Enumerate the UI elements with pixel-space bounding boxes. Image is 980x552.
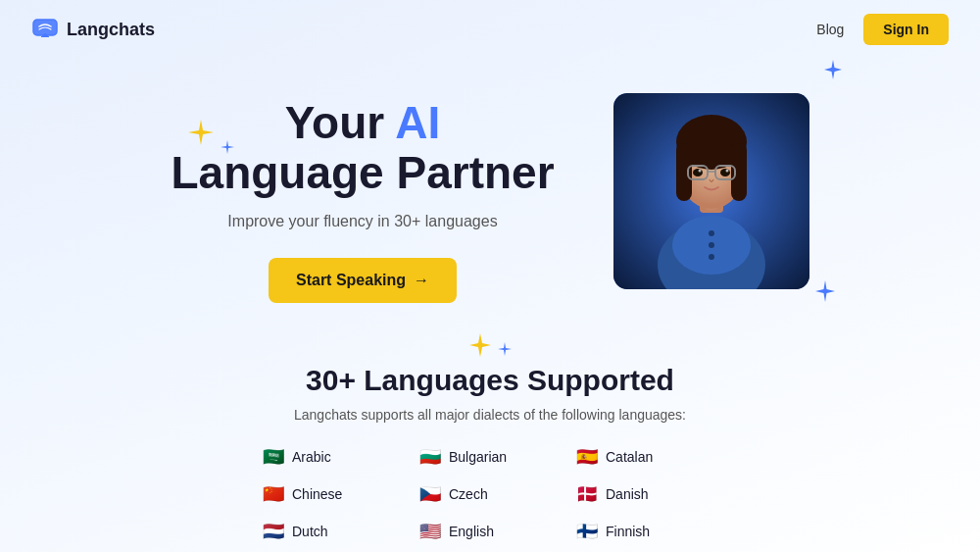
logo-text: Langchats xyxy=(67,20,155,40)
language-item: 🇨🇳Chinese xyxy=(255,479,412,509)
language-item: 🇨🇿Czech xyxy=(412,479,568,509)
languages-section: 30+ Languages Supported Langchats suppor… xyxy=(0,313,980,552)
hero-image-container xyxy=(613,93,809,289)
svg-point-15 xyxy=(698,169,701,172)
svg-point-14 xyxy=(720,169,730,176)
language-item: 🇳🇱Dutch xyxy=(255,517,412,546)
sparkle-icon-3 xyxy=(822,59,844,80)
flag-icon: 🇪🇸 xyxy=(576,446,598,468)
hero-title-ai: AI xyxy=(395,97,440,148)
flag-icon: 🇳🇱 xyxy=(263,521,284,542)
hero-subtitle: Improve your fluency in 30+ languages xyxy=(171,213,554,230)
navbar: Langchats Blog Sign In xyxy=(0,0,980,59)
blog-link[interactable]: Blog xyxy=(816,22,844,37)
language-name: Arabic xyxy=(292,449,331,465)
flag-icon: 🇩🇰 xyxy=(576,483,598,505)
sparkle-decoration-3 xyxy=(822,59,844,84)
languages-grid: 🇸🇦Arabic🇧🇬Bulgarian🇪🇸Catalan🇨🇳Chinese🇨🇿C… xyxy=(255,442,725,546)
svg-point-16 xyxy=(725,169,728,172)
svg-point-17 xyxy=(709,230,714,236)
hero-text-block: Your AI Language Partner Improve your fl… xyxy=(171,78,554,303)
hero-section: Your AI Language Partner Improve your fl… xyxy=(0,59,980,313)
languages-subtitle: Langchats supports all major dialects of… xyxy=(59,407,921,423)
flag-icon: 🇨🇿 xyxy=(419,483,441,505)
language-name: Catalan xyxy=(606,449,653,465)
flag-icon: 🇫🇮 xyxy=(576,521,598,542)
language-name: Chinese xyxy=(292,486,342,502)
flag-icon: 🇸🇦 xyxy=(263,446,284,468)
start-speaking-button[interactable]: Start Speaking → xyxy=(269,258,457,303)
language-name: Czech xyxy=(449,486,488,502)
svg-point-18 xyxy=(709,242,714,248)
flag-icon: 🇧🇬 xyxy=(419,446,441,468)
svg-rect-8 xyxy=(676,142,692,201)
svg-point-19 xyxy=(709,254,714,260)
language-item: 🇪🇸Catalan xyxy=(568,442,725,472)
language-name: Finnish xyxy=(606,524,650,539)
hero-title: Your AI Language Partner xyxy=(171,98,554,197)
language-item: 🇺🇸English xyxy=(412,517,568,546)
ai-woman-illustration xyxy=(613,93,809,289)
language-name: English xyxy=(449,524,494,539)
nav-right: Blog Sign In xyxy=(816,14,949,45)
language-name: Dutch xyxy=(292,524,328,539)
languages-title: 30+ Languages Supported xyxy=(59,364,921,397)
signin-button[interactable]: Sign In xyxy=(863,14,949,45)
logo-area: Langchats xyxy=(31,16,155,43)
svg-point-13 xyxy=(693,169,703,176)
language-item: 🇫🇮Finnish xyxy=(568,517,725,546)
hero-ai-image xyxy=(613,93,809,289)
language-name: Danish xyxy=(606,486,649,502)
language-item: 🇸🇦Arabic xyxy=(255,442,412,472)
svg-rect-9 xyxy=(731,142,747,201)
language-item: 🇩🇰Danish xyxy=(568,479,725,509)
logo-icon xyxy=(31,16,59,43)
flag-icon: 🇺🇸 xyxy=(419,521,441,542)
sparkle-icon-4 xyxy=(813,279,837,303)
sparkle-icon-5 xyxy=(467,332,493,358)
cta-label: Start Speaking xyxy=(296,272,406,289)
flag-icon: 🇨🇳 xyxy=(263,483,284,505)
language-item: 🇧🇬Bulgarian xyxy=(412,442,568,472)
language-name: Bulgarian xyxy=(449,449,507,465)
hero-title-prefix: Your xyxy=(285,97,395,148)
sparkle-icon-6 xyxy=(497,341,513,357)
sparkle-decoration-4 xyxy=(813,279,837,307)
sparkle-group xyxy=(467,332,513,358)
hero-title-suffix: Language Partner xyxy=(171,147,554,198)
cta-arrow: → xyxy=(414,272,429,289)
